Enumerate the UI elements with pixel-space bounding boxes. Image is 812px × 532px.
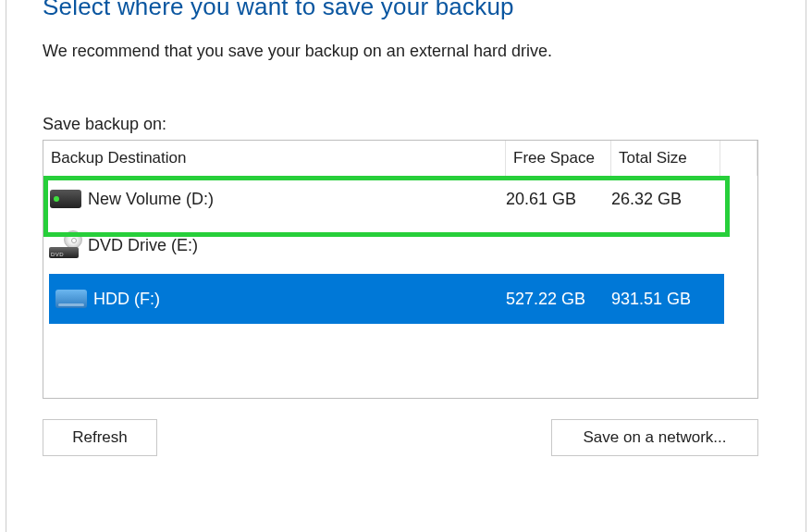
- drive-name: DVD Drive (E:): [88, 236, 506, 255]
- drive-table: Backup Destination Free Space Total Size…: [43, 140, 758, 399]
- col-header-free-space[interactable]: Free Space: [506, 141, 611, 176]
- col-header-destination[interactable]: Backup Destination: [43, 141, 506, 176]
- dvd-drive-icon: DVD: [49, 232, 82, 258]
- drive-free: 20.61 GB: [506, 190, 611, 209]
- col-header-spacer: [720, 141, 757, 176]
- drive-free: 527.22 GB: [506, 290, 611, 309]
- drive-row-dvd[interactable]: DVD DVD Drive (E:): [43, 222, 757, 268]
- col-header-total-size[interactable]: Total Size: [611, 141, 720, 176]
- drive-row-hdd-selected[interactable]: HDD (F:) 527.22 GB 931.51 GB: [49, 274, 724, 324]
- hard-drive-icon: [50, 190, 81, 208]
- external-drive-icon: [55, 290, 87, 308]
- drive-total: 26.32 GB: [611, 190, 720, 209]
- drive-name: New Volume (D:): [88, 190, 506, 209]
- drive-row-new-volume[interactable]: New Volume (D:) 20.61 GB 26.32 GB: [43, 176, 757, 222]
- drive-name: HDD (F:): [93, 290, 506, 309]
- table-header: Backup Destination Free Space Total Size: [43, 141, 757, 176]
- drive-total: 931.51 GB: [611, 290, 720, 309]
